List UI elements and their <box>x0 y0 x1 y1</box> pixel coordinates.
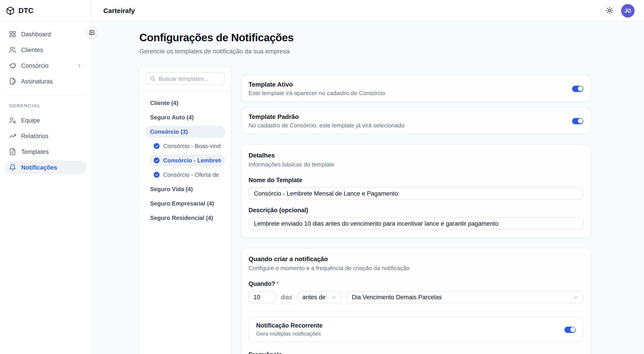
quando-criar-card: Quando criar a notificação Configure o m… <box>241 248 591 354</box>
sidebar-divider <box>6 95 86 96</box>
sidebar-item-label: Dashboard <box>21 31 51 37</box>
event-select-value: Dia Vencimento Demais Parcelas <box>352 294 442 301</box>
template-item-label: Consórcio - Lembrete ... <box>163 157 221 164</box>
sidebar-nav: Dashboard Clientes Consórcio <box>0 21 91 174</box>
direction-select[interactable]: antes de <box>298 291 342 303</box>
descricao-input[interactable] <box>248 217 583 230</box>
template-item-oferta[interactable]: Consórcio - Oferta de ... <box>150 169 225 181</box>
app-root: DTC Dashboard Clientes Consórcio <box>0 0 644 354</box>
topbar: Carteirafy JG <box>92 0 644 21</box>
sidebar-item-equipe[interactable]: Equipe <box>4 114 87 127</box>
template-item-label: Consórcio - Oferta de ... <box>163 172 221 178</box>
days-number-input[interactable] <box>248 291 276 303</box>
detalhes-subtitle: Informações básicas do template <box>248 161 583 168</box>
detalhes-card: Detalhes Informações básicas do template… <box>241 144 591 238</box>
notificacao-recorrente-box: Notificação Recorrente Gera múltiplas no… <box>248 317 583 342</box>
sidebar-item-label: Notificações <box>21 164 57 171</box>
template-padrao-title: Template Padrão <box>248 113 404 120</box>
section-divider <box>248 311 583 311</box>
required-asterisk: * <box>276 280 279 287</box>
recorrente-texts: Notificação Recorrente Gera múltiplas no… <box>256 322 323 337</box>
user-avatar[interactable]: JG <box>621 4 634 17</box>
check-circle-icon <box>154 158 160 163</box>
recorrente-toggle[interactable] <box>564 326 576 333</box>
group-cliente[interactable]: Cliente (4) <box>146 97 225 109</box>
app-name: Carteirafy <box>103 7 135 14</box>
quando-label-text: Quando? <box>248 280 275 287</box>
sidebar-item-dashboard[interactable]: Dashboard <box>4 27 87 41</box>
sidebar-item-relatorios[interactable]: Relatórios <box>4 129 87 143</box>
event-select[interactable]: Dia Vencimento Demais Parcelas <box>347 291 583 303</box>
sidebar-item-label: Consórcio <box>21 62 48 69</box>
sidebar-item-label: Assinaturas <box>21 78 53 85</box>
sidebar-collapse-button[interactable] <box>86 27 98 38</box>
page-subtitle: Gerencie os templates de notificação da … <box>139 48 591 55</box>
piggy-bank-icon <box>9 62 16 69</box>
days-unit-label: dias <box>281 294 292 301</box>
check-circle-icon <box>154 143 160 149</box>
topbar-actions: JG <box>606 4 634 17</box>
group-seguro-vida[interactable]: Seguro Vida (4) <box>146 183 225 195</box>
descricao-label: Descrição (opcional) <box>248 207 583 213</box>
template-settings: Template Ativo Este template irá aparece… <box>241 66 591 354</box>
sidebar: DTC Dashboard Clientes Consórcio <box>0 0 92 354</box>
chevron-down-icon <box>331 295 336 300</box>
panel-divider <box>140 91 231 91</box>
group-seguro-residencial[interactable]: Seguro Residencial (4) <box>146 212 225 224</box>
trending-up-icon <box>9 132 16 140</box>
dashboard-grid-icon <box>9 30 16 38</box>
toggle-knob <box>578 118 583 123</box>
user-gear-icon <box>9 117 16 124</box>
group-seguro-empresarial[interactable]: Seguro Empresarial (4) <box>146 197 225 209</box>
sidebar-item-notificacoes[interactable]: Notificações <box>4 161 87 174</box>
template-padrao-description: No cadastro de Consórcio, este template … <box>248 122 404 129</box>
group-seguro-auto[interactable]: Seguro Auto (4) <box>146 111 225 123</box>
quando-criar-subtitle: Configure o momento e a frequência de cr… <box>248 265 583 271</box>
template-ativo-title: Template Ativo <box>248 81 385 88</box>
template-padrao-card: Template Padrão No cadastro de Consórcio… <box>241 107 591 135</box>
toggle-knob <box>570 327 575 332</box>
panel-collapse-icon <box>89 30 95 35</box>
sun-icon <box>606 7 614 14</box>
detalhes-title: Detalhes <box>248 152 583 159</box>
sidebar-item-label: Relatórios <box>21 133 48 139</box>
file-signature-icon <box>9 78 16 85</box>
template-item-lembrete[interactable]: Consórcio - Lembrete ... <box>150 154 225 167</box>
frequencia-label: Frequência <box>248 351 583 354</box>
main-content: Configurações de Notificações Gerencie o… <box>92 21 644 354</box>
quando-criar-title: Quando criar a notificação <box>248 255 583 262</box>
template-ativo-card: Template Ativo Este template irá aparece… <box>241 75 591 102</box>
template-search-input[interactable] <box>146 72 225 85</box>
nome-template-label: Nome do Template <box>248 177 583 183</box>
template-file-icon <box>9 148 16 155</box>
chevron-right-icon <box>76 63 82 68</box>
bell-icon <box>9 164 16 171</box>
page-title: Configurações de Notificações <box>139 31 591 44</box>
sidebar-section-label: GERENCIAL <box>4 102 87 111</box>
sidebar-item-clientes[interactable]: Clientes <box>4 43 87 56</box>
nome-template-input[interactable] <box>248 187 583 200</box>
toggle-knob <box>578 86 583 91</box>
sidebar-logo[interactable]: DTC <box>0 0 91 21</box>
recorrente-title: Notificação Recorrente <box>256 322 323 329</box>
chevron-down-icon <box>573 295 578 300</box>
template-item-boas-vindas[interactable]: Consórcio - Boas-vind... <box>150 140 225 152</box>
when-controls-row: dias antes de Dia Vencimento Demais Parc… <box>248 291 583 303</box>
template-groups-list: Cliente (4) Seguro Auto (4) Consórcio (3… <box>146 97 225 224</box>
template-padrao-toggle[interactable] <box>572 118 583 124</box>
theme-toggle-button[interactable] <box>606 7 614 14</box>
sidebar-item-assinaturas[interactable]: Assinaturas <box>4 74 87 88</box>
template-ativo-toggle[interactable] <box>572 85 583 92</box>
template-search <box>146 72 225 85</box>
template-ativo-description: Este template irá aparecer no cadastro d… <box>248 90 385 96</box>
check-circle-icon <box>154 172 160 178</box>
sidebar-item-consorcio[interactable]: Consórcio <box>4 59 87 72</box>
sidebar-item-templates[interactable]: Templates <box>4 145 87 158</box>
group-consorcio[interactable]: Consórcio (3) <box>146 126 225 138</box>
template-padrao-texts: Template Padrão No cadastro de Consórcio… <box>248 113 404 129</box>
template-ativo-texts: Template Ativo Este template irá aparece… <box>248 81 385 96</box>
direction-select-value: antes de <box>302 294 326 301</box>
template-item-label: Consórcio - Boas-vind... <box>163 143 221 149</box>
recorrente-description: Gera múltiplas notificações <box>256 331 323 337</box>
sidebar-item-label: Equipe <box>21 117 40 124</box>
